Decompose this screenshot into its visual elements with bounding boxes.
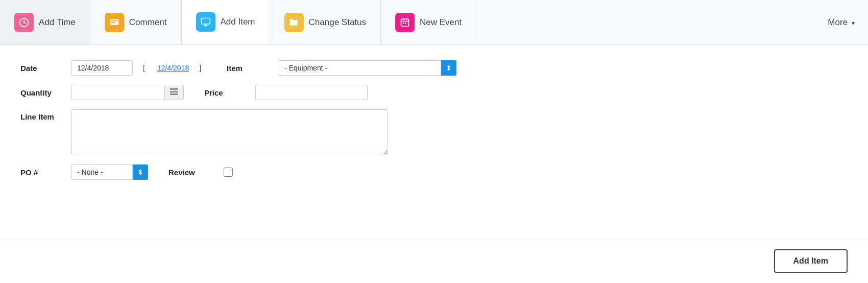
quantity-price-row: Quantity Price	[20, 85, 848, 100]
svg-rect-12	[405, 22, 406, 24]
quantity-input-wrapper	[71, 85, 184, 100]
svg-rect-3	[111, 22, 115, 23]
add-item-toolbar-label: Add Item	[221, 17, 255, 27]
item-select-wrapper: - Equipment - ⬍	[278, 60, 456, 76]
date-link[interactable]: 12/4/2018	[157, 64, 189, 72]
review-checkbox[interactable]	[224, 168, 233, 177]
po-label: PO #	[20, 168, 61, 177]
date-label: Date	[20, 64, 61, 73]
quantity-input[interactable]	[72, 85, 164, 100]
quantity-picker-btn[interactable]	[164, 86, 183, 100]
date-bracket-open: [	[143, 64, 145, 72]
svg-rect-2	[111, 20, 117, 21]
comment-label: Comment	[129, 17, 167, 28]
monitor-icon	[196, 12, 215, 32]
calendar-icon	[395, 13, 415, 32]
toolbar: Add Time Comment Add Item Change	[0, 0, 868, 45]
comment-icon	[105, 13, 124, 32]
change-status-button[interactable]: Change Status	[270, 0, 381, 44]
review-label: Review	[168, 168, 209, 177]
po-review-row: PO # - None - ⬍ Review	[20, 164, 848, 180]
chevron-down-icon	[851, 17, 856, 28]
add-item-button[interactable]: Add Item	[182, 0, 270, 44]
chevron-updown-icon: ⬍	[446, 64, 452, 72]
date-input[interactable]	[71, 60, 133, 76]
svg-rect-14	[170, 91, 178, 92]
quantity-label: Quantity	[20, 88, 61, 97]
new-event-label: New Event	[420, 17, 462, 28]
new-event-button[interactable]: New Event	[381, 0, 476, 44]
footer: Add Item	[0, 239, 868, 283]
line-item-row: Line Item	[20, 109, 848, 155]
add-time-label: Add Time	[39, 17, 76, 28]
more-label: More	[828, 17, 848, 28]
svg-rect-13	[170, 88, 178, 90]
comment-button[interactable]: Comment	[90, 0, 182, 44]
svg-rect-15	[170, 93, 178, 95]
po-select[interactable]: - None -	[71, 164, 133, 180]
line-item-textarea[interactable]	[71, 109, 388, 155]
price-input[interactable]	[255, 85, 368, 100]
po-select-btn[interactable]: ⬍	[133, 164, 148, 180]
add-item-submit-button[interactable]: Add Item	[774, 249, 848, 273]
price-label: Price	[204, 88, 245, 97]
clock-icon	[14, 13, 34, 32]
form-grid: Date [ 12/4/2018 ] Item - Equipment - ⬍ …	[20, 60, 848, 180]
change-status-label: Change Status	[309, 17, 366, 28]
line-item-label: Line Item	[20, 109, 61, 121]
item-select[interactable]: - Equipment -	[278, 60, 441, 76]
date-bracket-close: ]	[199, 64, 201, 72]
date-item-row: Date [ 12/4/2018 ] Item - Equipment - ⬍	[20, 60, 848, 76]
folder-icon	[284, 13, 304, 32]
po-select-wrapper: - None - ⬍	[71, 164, 148, 180]
item-label: Item	[227, 64, 268, 73]
form-area: Date [ 12/4/2018 ] Item - Equipment - ⬍ …	[0, 45, 868, 239]
svg-rect-1	[110, 19, 118, 25]
add-time-button[interactable]: Add Time	[0, 0, 90, 44]
svg-rect-4	[201, 18, 210, 24]
item-select-btn[interactable]: ⬍	[441, 60, 456, 76]
svg-rect-11	[403, 22, 404, 24]
po-chevron-icon: ⬍	[137, 168, 143, 176]
more-button[interactable]: More	[815, 0, 868, 44]
